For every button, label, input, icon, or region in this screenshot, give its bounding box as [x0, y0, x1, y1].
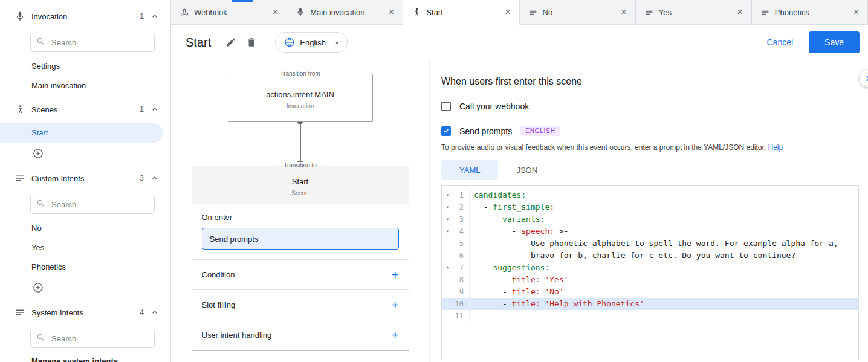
mic-icon [15, 11, 25, 22]
tab-start[interactable]: Start × [403, 0, 519, 25]
tab-phonetics[interactable]: Phonetics × [752, 0, 868, 24]
list-icon [15, 307, 25, 318]
transition-from-node[interactable]: Transition from actions.intent.MAIN Invo… [228, 74, 373, 122]
sidebar-item-no[interactable]: No [0, 219, 170, 238]
manage-system-intents-link[interactable]: Manage system intents [0, 357, 170, 362]
search-input[interactable] [50, 334, 149, 344]
user-intent-handling-label: User intent handling [202, 331, 272, 340]
code-line[interactable]: 6 bravo for b, charlie for c etc. Do you… [442, 250, 858, 262]
close-icon[interactable]: × [269, 7, 282, 18]
section-count: 4 [140, 308, 144, 317]
transition-from-caption: Transition from [275, 70, 325, 77]
tab-webhook[interactable]: Webhook × [171, 0, 287, 24]
sidebar-item-main-invocation[interactable]: Main invocation [0, 76, 170, 95]
save-button[interactable]: Save [809, 31, 860, 53]
code-line[interactable]: ▾7 suggestions: [442, 262, 858, 274]
connector-line [300, 124, 301, 161]
code-line[interactable]: 5 Use phonetic alphabet to spell the wor… [442, 238, 858, 250]
sidebar-item-settings[interactable]: Settings [0, 57, 170, 76]
slot-filling-row[interactable]: Slot filling + [192, 289, 409, 320]
code-editor[interactable]: ▾1candidates:▾2 - first_simple:▾3 varian… [441, 185, 859, 360]
tab-scroll-indicator[interactable] [232, 0, 253, 2]
add-slot-icon[interactable]: + [392, 299, 399, 311]
list-icon [15, 173, 25, 184]
send-prompts-block[interactable]: Send prompts [202, 228, 399, 250]
code-line[interactable]: ▾3 variants: [442, 213, 858, 225]
section-count: 1 [140, 12, 144, 21]
language-selector[interactable]: English ▾ [275, 32, 348, 53]
condition-label: Condition [202, 270, 235, 279]
custom-intents-search[interactable] [30, 195, 155, 214]
search-icon [36, 332, 45, 344]
cancel-button[interactable]: Cancel [763, 37, 797, 48]
add-scene-button[interactable] [31, 147, 45, 160]
tab-yes[interactable]: Yes × [636, 0, 752, 24]
expand-panel-button[interactable] [860, 70, 868, 87]
sidebar-section-scenes[interactable]: Scenes 1 [0, 95, 170, 123]
scene-header: Start English ▾ Cancel Save [171, 25, 868, 60]
chevron-up-icon[interactable] [150, 308, 160, 317]
tab-main-invocation[interactable]: Main invocation × [287, 0, 403, 24]
system-intents-search[interactable] [30, 329, 155, 348]
left-sidebar: Invocation 1 Settings Main invocation Sc… [0, 0, 171, 362]
close-icon[interactable]: × [850, 7, 863, 18]
add-condition-icon[interactable]: + [392, 269, 399, 281]
sidebar-item-start[interactable]: Start [0, 123, 163, 143]
code-line[interactable]: ▾2 - first_simple: [442, 201, 858, 213]
list-icon [760, 7, 770, 17]
edit-button[interactable] [221, 32, 241, 53]
code-line[interactable]: 9 - title: 'No' [442, 286, 858, 298]
scene-title: Start [186, 36, 211, 50]
code-line[interactable]: ▾1candidates: [442, 189, 858, 201]
tab-no[interactable]: No × [520, 0, 636, 24]
chevron-up-icon[interactable] [150, 173, 160, 183]
chevron-up-icon[interactable] [150, 105, 160, 114]
close-icon[interactable]: × [385, 7, 398, 18]
transition-from-subtitle: Invocation [228, 103, 372, 109]
tab-json[interactable]: JSON [498, 160, 555, 180]
chevron-down-icon: ▾ [335, 39, 338, 46]
sidebar-section-custom-intents[interactable]: Custom Intents 3 [0, 164, 170, 192]
section-count: 3 [140, 174, 144, 183]
section-label: Scenes [31, 105, 140, 114]
close-icon[interactable]: × [617, 7, 630, 18]
invocation-search[interactable] [30, 33, 155, 52]
prompt-description: To provide audio or visual feedback when… [441, 143, 859, 152]
help-link[interactable]: Help [768, 143, 783, 152]
scene-card-header[interactable]: Transition to Start Scene [192, 166, 409, 204]
scene-card-subtitle: Scene [192, 190, 409, 196]
user-intent-handling-row[interactable]: User intent handling + [192, 320, 409, 350]
close-icon[interactable]: × [501, 7, 514, 18]
sidebar-item-phonetics[interactable]: Phonetics [0, 257, 170, 277]
call-webhook-checkbox[interactable] [441, 102, 451, 111]
search-input[interactable] [50, 37, 149, 48]
close-icon[interactable]: × [734, 7, 747, 18]
on-enter-label: On enter [192, 204, 409, 228]
scene-card-title: Start [192, 177, 409, 186]
send-prompts-checkbox[interactable] [441, 126, 451, 136]
search-input[interactable] [50, 199, 149, 210]
sidebar-section-invocation[interactable]: Invocation 1 [0, 2, 170, 30]
sidebar-item-yes[interactable]: Yes [0, 238, 170, 257]
add-intent-handler-icon[interactable]: + [392, 329, 399, 341]
flow-connector [171, 122, 429, 166]
code-line[interactable]: ▾4 - speech: >- [442, 225, 858, 238]
code-line[interactable]: 11 [442, 310, 858, 322]
delete-button[interactable] [241, 32, 262, 53]
main-area: Webhook × Main invocation × Start × [171, 0, 868, 362]
webhook-checkbox-row: Call your webhook [441, 102, 859, 111]
condition-row[interactable]: Condition + [192, 259, 409, 289]
slot-filling-label: Slot filling [202, 300, 236, 309]
person-icon [15, 104, 25, 115]
add-intent-button[interactable] [31, 281, 45, 294]
tab-bar: Webhook × Main invocation × Start × [171, 0, 868, 25]
code-line[interactable]: 8 - title: 'Yes' [442, 274, 858, 286]
scene-card: Transition to Start Scene On enter Send … [192, 166, 409, 351]
section-label: System Intents [31, 308, 140, 317]
code-line[interactable]: 10 - title: 'Help with Phonetics' [442, 298, 858, 310]
section-label: Invocation [31, 12, 140, 21]
call-webhook-label: Call your webhook [459, 102, 529, 111]
sidebar-section-system-intents[interactable]: System Intents 4 [0, 299, 170, 326]
tab-yaml[interactable]: YAML [441, 160, 498, 180]
chevron-up-icon[interactable] [150, 11, 160, 21]
